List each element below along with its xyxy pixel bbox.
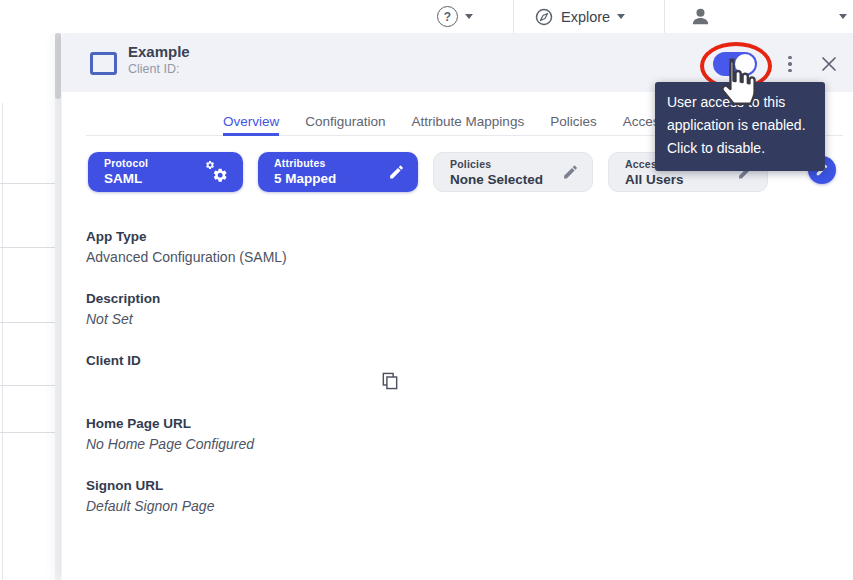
background-row-divider <box>0 322 56 323</box>
toggle-knob <box>735 54 755 74</box>
divider <box>664 0 665 33</box>
tab-policies[interactable]: Policies <box>550 108 597 135</box>
top-navigation-bar: ? Explore <box>0 0 853 33</box>
close-panel-button[interactable] <box>817 52 841 76</box>
application-detail-panel: Example Client ID: User access to this a… <box>62 33 853 580</box>
tab-overview[interactable]: Overview <box>223 108 279 135</box>
user-access-toggle[interactable] <box>713 52 757 76</box>
close-icon <box>821 56 837 72</box>
field-app-type: App Type Advanced Configuration (SAML) <box>86 229 506 265</box>
help-icon: ? <box>437 6 458 27</box>
screen: ? Explore Example <box>0 0 853 580</box>
pencil-icon <box>388 164 405 181</box>
help-menu-button[interactable]: ? <box>437 0 473 33</box>
application-icon <box>90 52 117 75</box>
background-row-divider <box>0 432 56 433</box>
chevron-down-icon <box>617 14 625 19</box>
field-home-page-url: Home Page URL No Home Page Configured <box>86 416 506 452</box>
copy-icon <box>382 372 398 390</box>
scrollbar-thumb[interactable] <box>55 33 61 99</box>
application-title: Example <box>128 43 190 60</box>
explore-label: Explore <box>561 9 610 25</box>
user-icon <box>689 5 712 28</box>
tab-attribute-mappings[interactable]: Attribute Mappings <box>412 108 525 135</box>
field-client-id: Client ID <box>86 353 506 373</box>
background-table-edge <box>2 103 3 580</box>
chevron-down-icon <box>465 14 473 19</box>
background-row-divider <box>0 247 56 248</box>
compass-icon <box>534 7 554 27</box>
more-options-button[interactable] <box>781 52 799 76</box>
protocol-card[interactable]: Protocol SAML <box>88 152 243 192</box>
chevron-down-icon[interactable] <box>839 14 847 19</box>
field-description: Description Not Set <box>86 291 506 327</box>
gears-icon <box>204 160 230 184</box>
toggle-tooltip: User access to this application is enabl… <box>655 82 825 171</box>
divider <box>513 0 514 33</box>
scrollbar-track <box>55 33 61 580</box>
tab-configuration[interactable]: Configuration <box>305 108 385 135</box>
pencil-icon <box>562 164 579 181</box>
client-id-subtitle: Client ID: <box>128 62 179 76</box>
background-row-divider <box>0 385 56 386</box>
attributes-card[interactable]: Attributes 5 Mapped <box>258 152 418 192</box>
explore-menu-button[interactable]: Explore <box>534 0 625 33</box>
user-menu-button[interactable] <box>689 0 712 33</box>
copy-client-id-button[interactable] <box>382 372 398 394</box>
background-row-divider <box>0 183 56 184</box>
field-signon-url: Signon URL Default Signon Page <box>86 478 506 514</box>
policies-card[interactable]: Policies None Selected <box>433 152 593 192</box>
